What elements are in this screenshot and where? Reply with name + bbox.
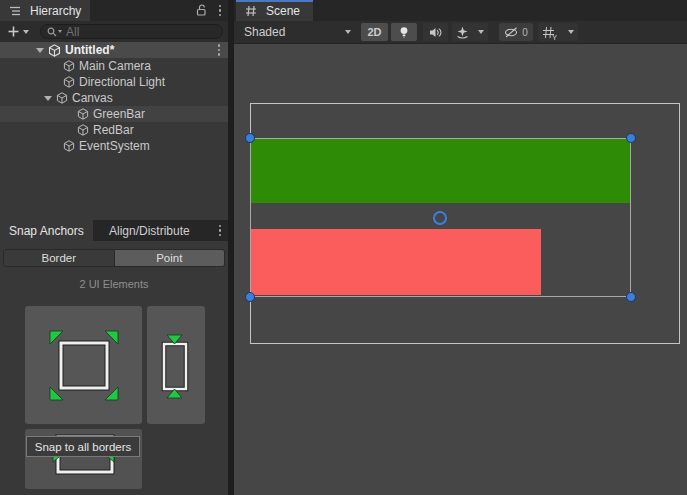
grid-visibility-dropdown[interactable]: Y	[538, 23, 578, 41]
anchor-handle[interactable]	[245, 292, 255, 302]
scene-tab-label: Scene	[266, 4, 300, 18]
effects-dropdown-button[interactable]	[452, 23, 488, 41]
left-column: Hierarchy	[0, 0, 228, 495]
cube-icon	[56, 92, 68, 104]
snap-panel-menu-icon[interactable]	[216, 223, 225, 239]
scene-panel: Scene Shaded 2D	[234, 0, 687, 495]
item-label: Canvas	[72, 91, 113, 105]
snap-vertical-borders-button[interactable]	[147, 306, 205, 424]
hierarchy-item-main-camera[interactable]: Main Camera	[0, 58, 228, 74]
draw-mode-dropdown[interactable]: Shaded	[240, 23, 355, 41]
anchor-handle[interactable]	[626, 133, 636, 143]
tab-align-distribute[interactable]: Align/Distribute	[100, 220, 199, 241]
plus-icon	[7, 25, 20, 38]
hierarchy-item-redbar[interactable]: RedBar	[0, 122, 228, 138]
selection-count-label: 2 UI Elements	[0, 278, 228, 290]
scene-row-menu-icon[interactable]	[215, 42, 224, 58]
search-placeholder: All	[66, 25, 79, 39]
scene-row-untitled[interactable]: Untitled*	[0, 42, 228, 58]
cube-icon	[77, 124, 89, 136]
anchor-handle[interactable]	[626, 292, 636, 302]
scene-grid-icon	[245, 5, 257, 17]
scene-tabbar: Scene	[234, 0, 687, 21]
mode-segmented-control: Border Point	[3, 249, 225, 267]
hierarchy-item-eventsystem[interactable]: EventSystem	[0, 138, 228, 154]
scene-viewport[interactable]	[234, 44, 687, 495]
search-input[interactable]: All	[40, 24, 223, 39]
foldout-expanded-icon[interactable]	[44, 96, 52, 101]
snap-vertical-borders-icon	[147, 306, 205, 424]
tab-scene[interactable]: Scene	[236, 0, 313, 21]
hierarchy-list-icon	[9, 5, 21, 17]
item-label: Main Camera	[79, 59, 151, 73]
item-label: EventSystem	[79, 139, 150, 153]
active-tab-indicator	[236, 0, 313, 2]
unlock-icon[interactable]	[195, 4, 207, 17]
eye-slash-icon	[504, 27, 519, 38]
border-mode-button[interactable]: Border	[4, 250, 115, 266]
tooltip-text: Snap to all borders	[35, 441, 132, 453]
tab-snap-anchors[interactable]: Snap Anchors	[0, 220, 93, 241]
item-label: Directional Light	[79, 75, 165, 89]
cube-icon	[63, 140, 75, 152]
snap-tabbar: Snap Anchors Align/Distribute	[0, 220, 228, 241]
grid-axis-label: Y	[552, 34, 557, 41]
hierarchy-tree: Untitled* Main Camera Directional Light	[0, 42, 228, 154]
chevron-down-icon	[478, 30, 484, 34]
hierarchy-item-directional-light[interactable]: Directional Light	[0, 74, 228, 90]
unity-scene-icon	[48, 44, 61, 57]
hierarchy-panel: Hierarchy	[0, 0, 228, 154]
light-bulb-icon	[398, 26, 410, 39]
foldout-expanded-icon[interactable]	[36, 48, 44, 53]
item-label: RedBar	[93, 123, 134, 137]
snap-all-borders-icon	[25, 306, 142, 424]
tab-label: Snap Anchors	[9, 224, 84, 238]
scene-audio-button[interactable]	[423, 23, 448, 41]
hidden-count-label: 0	[522, 27, 528, 38]
2d-toggle-button[interactable]: 2D	[361, 23, 388, 41]
2d-label: 2D	[367, 26, 381, 38]
snap-all-borders-button[interactable]	[25, 306, 142, 424]
cube-icon	[63, 60, 75, 72]
border-mode-label: Border	[41, 252, 76, 264]
point-mode-button[interactable]: Point	[115, 250, 225, 266]
hierarchy-toolbar: All	[0, 21, 228, 42]
cube-icon	[77, 108, 89, 120]
anchor-handle[interactable]	[245, 133, 255, 143]
hierarchy-tab-label: Hierarchy	[30, 4, 81, 18]
hierarchy-item-greenbar[interactable]: GreenBar	[0, 106, 228, 122]
tooltip: Snap to all borders	[26, 436, 140, 457]
snap-anchors-panel: Snap Anchors Align/Distribute Border Poi…	[0, 220, 228, 495]
cube-icon	[63, 76, 75, 88]
scene-toolbar: Shaded 2D	[234, 21, 687, 44]
hierarchy-tabbar: Hierarchy	[0, 0, 228, 21]
item-label: GreenBar	[93, 107, 145, 121]
chevron-down-icon	[345, 30, 351, 34]
search-icon	[47, 27, 62, 37]
tab-hierarchy[interactable]: Hierarchy	[0, 0, 90, 21]
scene-name-label: Untitled*	[65, 43, 114, 57]
effects-icon	[456, 26, 469, 39]
point-mode-label: Point	[156, 252, 182, 264]
scene-visibility-button[interactable]: 0	[499, 23, 533, 41]
hierarchy-menu-icon[interactable]	[216, 3, 225, 19]
add-object-button[interactable]	[4, 23, 32, 40]
draw-mode-label: Shaded	[244, 25, 285, 39]
pivot-handle[interactable]	[433, 211, 447, 225]
scene-lighting-button[interactable]	[391, 23, 417, 41]
chevron-down-icon	[23, 30, 29, 34]
tab-label: Align/Distribute	[109, 224, 190, 238]
chevron-down-icon	[568, 30, 574, 34]
hierarchy-item-canvas[interactable]: Canvas	[0, 90, 228, 106]
speaker-icon	[429, 27, 442, 38]
grid-icon: Y	[542, 26, 555, 39]
